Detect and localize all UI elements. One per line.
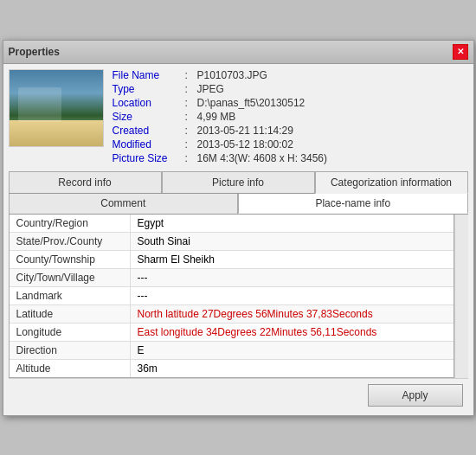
inner-tabs: Comment Place-name info: [9, 194, 468, 215]
place-key: Latitude: [10, 305, 131, 323]
apply-button[interactable]: Apply: [368, 384, 463, 407]
top-section: File Name : P1010703.JPG Type : JPEG Loc…: [9, 69, 468, 164]
place-value: E: [131, 342, 453, 359]
close-button[interactable]: ✕: [453, 44, 468, 60]
bottom-bar: Apply: [9, 378, 468, 410]
tab-categorization[interactable]: Categorization information: [315, 171, 468, 194]
picture-size-row: Picture Size : 16M 4:3(W: 4608 x H: 3456…: [113, 152, 468, 164]
location-row: Location : D:\panas_ft5\20130512: [113, 97, 468, 109]
tab-comment[interactable]: Comment: [9, 194, 239, 214]
place-key: Altitude: [10, 360, 131, 377]
location-label: Location: [113, 97, 182, 109]
type-row: Type : JPEG: [113, 83, 468, 95]
table-row: Altitude36m: [10, 360, 453, 377]
table-row: City/Town/Village---: [10, 269, 453, 287]
created-label: Created: [113, 125, 182, 137]
picture-size-label: Picture Size: [113, 152, 182, 164]
table-row: DirectionE: [10, 342, 453, 360]
tab-record-info[interactable]: Record info: [9, 171, 162, 193]
size-row: Size : 4,99 MB: [113, 111, 468, 123]
place-value: North latitude 27Degrees 56Minutes 37,83…: [131, 305, 453, 323]
created-value: 2013-05-21 11:14:29: [197, 125, 293, 137]
properties-window: Properties ✕ File Name : P1010703.JPG Ty…: [3, 40, 474, 416]
created-row: Created : 2013-05-21 11:14:29: [113, 125, 468, 137]
modified-value: 2013-05-12 18:00:02: [197, 138, 293, 151]
table-row: LatitudeNorth latitude 27Degrees 56Minut…: [10, 305, 453, 324]
type-value: JPEG: [197, 83, 224, 95]
modified-row: Modified : 2013-05-12 18:00:02: [113, 138, 468, 151]
place-value: South Sinai: [131, 233, 453, 250]
size-value: 4,99 MB: [197, 111, 236, 123]
file-name-value: P1010703.JPG: [197, 69, 267, 81]
place-value: East longitude 34Degrees 22Minutes 56,11…: [131, 324, 453, 341]
table-row: County/TownshipSharm El Sheikh: [10, 251, 453, 269]
place-value: ---: [131, 287, 453, 304]
place-key: County/Township: [10, 251, 131, 268]
tab-place-name[interactable]: Place-name info: [238, 194, 468, 214]
place-key: Country/Region: [10, 215, 131, 232]
location-value: D:\panas_ft5\20130512: [197, 97, 306, 109]
place-value: 36m: [131, 360, 453, 377]
modified-label: Modified: [113, 138, 182, 151]
file-info: File Name : P1010703.JPG Type : JPEG Loc…: [113, 69, 468, 164]
place-key: Direction: [10, 342, 131, 359]
place-key: City/Town/Village: [10, 269, 131, 286]
place-key: State/Prov./County: [10, 233, 131, 250]
image-thumbnail: [9, 69, 104, 147]
table-row: Landmark---: [10, 287, 453, 305]
table-row: LongitudeEast longitude 34Degrees 22Minu…: [10, 324, 453, 342]
file-name-label: File Name: [113, 69, 182, 81]
scrollbar[interactable]: [454, 215, 468, 378]
inner-left: Country/RegionEgyptState/Prov./CountySou…: [9, 215, 454, 378]
type-label: Type: [113, 83, 182, 95]
window-title: Properties: [9, 46, 60, 58]
place-value: ---: [131, 269, 453, 286]
place-table: Country/RegionEgyptState/Prov./CountySou…: [9, 215, 454, 378]
tab-picture-info[interactable]: Picture info: [162, 171, 315, 193]
place-key: Longitude: [10, 324, 131, 341]
table-row: State/Prov./CountySouth Sinai: [10, 233, 453, 251]
picture-size-value: 16M 4:3(W: 4608 x H: 3456): [197, 152, 328, 164]
place-value: Sharm El Sheikh: [131, 251, 453, 268]
place-value: Egypt: [131, 215, 453, 232]
table-row: Country/RegionEgypt: [10, 215, 453, 233]
file-name-row: File Name : P1010703.JPG: [113, 69, 468, 81]
window-content: File Name : P1010703.JPG Type : JPEG Loc…: [3, 64, 473, 415]
outer-tabs: Record info Picture info Categorization …: [9, 171, 468, 194]
title-bar: Properties ✕: [3, 41, 473, 64]
inner-content: Country/RegionEgyptState/Prov./CountySou…: [9, 215, 468, 378]
size-label: Size: [113, 111, 182, 123]
place-key: Landmark: [10, 287, 131, 304]
